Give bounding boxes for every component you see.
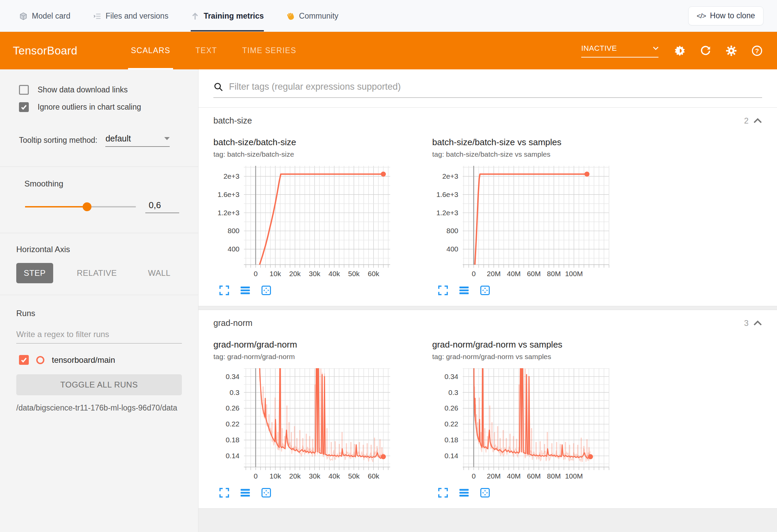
- svg-text:50k: 50k: [348, 472, 360, 480]
- fit-domain-button[interactable]: [260, 487, 272, 499]
- expand-chart-button[interactable]: [437, 487, 449, 499]
- chart-title: grad-norm/grad-norm: [213, 339, 419, 350]
- tab-time-series[interactable]: TIME SERIES: [239, 32, 299, 69]
- fullscreen-icon: [218, 285, 230, 296]
- chevron-down-icon: [653, 47, 658, 50]
- data-table-button[interactable]: [458, 284, 470, 296]
- tab-community[interactable]: Community: [286, 0, 338, 31]
- expand-chart-button[interactable]: [218, 487, 230, 499]
- section-title: batch-size: [213, 116, 252, 126]
- chart-tag: tag: grad-norm/grad-norm: [213, 353, 419, 361]
- tab-text[interactable]: TEXT: [193, 32, 220, 69]
- ignore-outliers-checkbox[interactable]: [19, 102, 29, 112]
- tensorboard-header: TensorBoard SCALARS TEXT TIME SERIES INA…: [0, 32, 777, 69]
- settings-button[interactable]: [723, 43, 739, 59]
- line-chart[interactable]: 020M40M60M80M100M4008001.2e+31.6e+32e+3: [432, 163, 615, 281]
- dashboard-main: batch-size 2 batch-size/batch-size tag: …: [198, 69, 777, 532]
- smoothing-value[interactable]: 0,6: [145, 200, 179, 213]
- data-table-icon: [239, 487, 251, 498]
- svg-text:0.22: 0.22: [226, 420, 239, 428]
- svg-text:0.18: 0.18: [444, 436, 458, 444]
- svg-text:20k: 20k: [289, 270, 301, 278]
- svg-text:60M: 60M: [527, 270, 541, 278]
- contrast-toggle-button[interactable]: [672, 43, 688, 59]
- tab-label: Training metrics: [204, 12, 264, 21]
- expand-chart-button[interactable]: [218, 284, 230, 296]
- data-table-button[interactable]: [239, 284, 251, 296]
- svg-text:60k: 60k: [368, 270, 379, 278]
- hf-tab-nav: Model card Files and versions Training m…: [19, 0, 338, 31]
- chart-grad-norm-samples: grad-norm/grad-norm vs samples tag: grad…: [432, 339, 637, 499]
- tensorboard-logo: TensorBoard: [13, 44, 77, 57]
- tab-scalars[interactable]: SCALARS: [128, 32, 173, 69]
- chart-title: grad-norm/grad-norm vs samples: [432, 339, 637, 350]
- svg-text:40M: 40M: [507, 472, 521, 480]
- svg-text:2e+3: 2e+3: [224, 172, 239, 180]
- data-table-icon: [458, 285, 470, 296]
- smoothing-label: Smoothing: [24, 179, 198, 189]
- fit-view-icon: [260, 285, 272, 296]
- tag-filter-input[interactable]: [229, 82, 762, 92]
- collapse-section-button[interactable]: [753, 118, 762, 124]
- fit-view-icon: [479, 285, 491, 296]
- tooltip-sorting-select[interactable]: default: [105, 134, 170, 147]
- line-chart[interactable]: 010k20k30k40k50k60k4008001.2e+31.6e+32e+…: [213, 163, 396, 281]
- file-list-icon: [93, 12, 102, 21]
- data-table-button[interactable]: [239, 487, 251, 499]
- chart-tag: tag: batch-size/batch-size vs samples: [432, 150, 637, 158]
- svg-text:0.26: 0.26: [444, 404, 458, 412]
- chart-batch-size-step: batch-size/batch-size tag: batch-size/ba…: [213, 137, 419, 296]
- tab-files-and-versions[interactable]: Files and versions: [93, 0, 168, 31]
- horizontal-axis-label: Horizontal Axis: [16, 245, 198, 254]
- axis-relative-button[interactable]: RELATIVE: [69, 263, 124, 283]
- section-batch-size: batch-size 2 batch-size/batch-size tag: …: [198, 107, 777, 306]
- chart-tag: tag: grad-norm/grad-norm vs samples: [432, 353, 637, 361]
- chevron-up-icon: [753, 320, 762, 326]
- section-chart-count: 2: [744, 116, 749, 126]
- expand-chart-button[interactable]: [437, 284, 449, 296]
- svg-text:0.3: 0.3: [448, 389, 458, 396]
- data-table-button[interactable]: [458, 487, 470, 499]
- log-data-path: /data/bigscience-tr11-176b-ml-logs-96d70…: [16, 403, 191, 413]
- gear-icon: [726, 45, 737, 57]
- svg-text:800: 800: [228, 227, 239, 235]
- how-to-clone-button[interactable]: </> How to clone: [688, 6, 763, 25]
- fit-domain-button[interactable]: [260, 284, 272, 296]
- collapse-section-button[interactable]: [753, 320, 762, 326]
- tooltip-sorting-value: default: [105, 134, 131, 143]
- fit-domain-button[interactable]: [479, 284, 491, 296]
- show-download-links-checkbox[interactable]: [19, 85, 29, 95]
- run-checkbox[interactable]: [19, 355, 29, 365]
- waving-hand-icon: [286, 12, 295, 21]
- slider-thumb[interactable]: [83, 202, 91, 211]
- refresh-button[interactable]: [698, 43, 713, 59]
- tab-model-card[interactable]: Model card: [19, 0, 70, 31]
- code-icon: </>: [697, 12, 706, 20]
- tab-training-metrics[interactable]: Training metrics: [191, 0, 264, 31]
- tab-label: Model card: [32, 12, 70, 21]
- svg-text:0.18: 0.18: [226, 436, 239, 444]
- runs-filter-input[interactable]: [16, 330, 182, 339]
- line-chart[interactable]: 020M40M60M80M100M0.140.180.220.260.30.34: [432, 365, 615, 483]
- run-item-tensorboard-main[interactable]: tensorboard/main: [19, 355, 198, 365]
- divider: [0, 233, 198, 233]
- svg-text:100M: 100M: [565, 472, 583, 480]
- help-icon: ?: [751, 45, 763, 57]
- axis-step-button[interactable]: STEP: [16, 263, 53, 283]
- svg-text:0.14: 0.14: [444, 452, 458, 460]
- section-title: grad-norm: [213, 318, 252, 328]
- reload-status-dropdown[interactable]: INACTIVE: [581, 44, 658, 58]
- svg-text:1.2e+3: 1.2e+3: [436, 209, 458, 217]
- help-button[interactable]: ?: [749, 43, 765, 59]
- svg-text:1.6e+3: 1.6e+3: [217, 191, 239, 198]
- smoothing-slider[interactable]: [25, 206, 136, 207]
- toggle-all-runs-button[interactable]: TOGGLE ALL RUNS: [16, 374, 182, 395]
- fit-domain-button[interactable]: [479, 487, 491, 499]
- axis-wall-button[interactable]: WALL: [141, 263, 178, 283]
- svg-text:40k: 40k: [329, 270, 340, 278]
- section-grad-norm: grad-norm 3 grad-norm/grad-norm tag: gra…: [198, 310, 777, 509]
- line-chart[interactable]: 010k20k30k40k50k60k0.140.180.220.260.30.…: [213, 365, 396, 483]
- fullscreen-icon: [437, 487, 449, 498]
- runs-filter-field: [16, 330, 182, 343]
- svg-text:20M: 20M: [487, 472, 501, 480]
